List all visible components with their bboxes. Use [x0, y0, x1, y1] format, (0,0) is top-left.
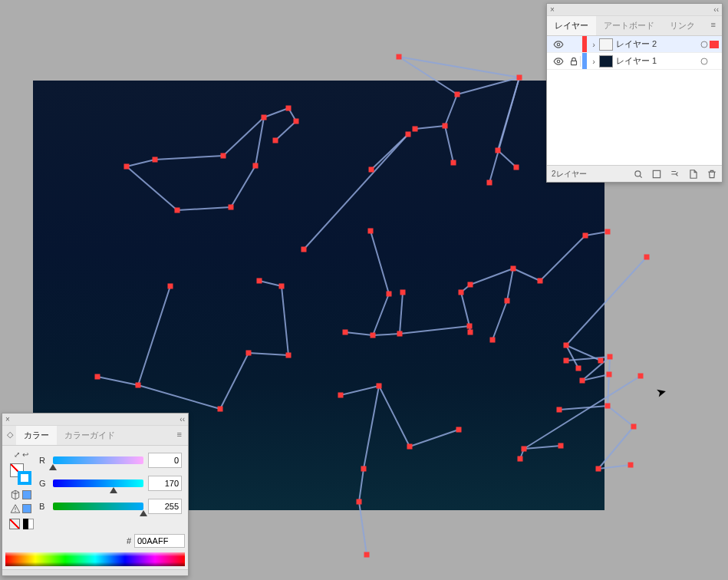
- panel-tabs: レイヤー アートボード リンク ≡: [547, 16, 722, 36]
- stroke-swatch[interactable]: [18, 471, 31, 485]
- selection-indicator: [710, 58, 719, 65]
- g-input[interactable]: [148, 476, 182, 491]
- svg-rect-141: [653, 170, 660, 177]
- cube-icon[interactable]: [10, 489, 31, 500]
- fill-stroke-swatch[interactable]: [10, 463, 31, 485]
- layer-thumbnail: [599, 55, 613, 68]
- panel-titlebar: × ‹‹: [547, 4, 722, 16]
- svg-point-143: [15, 511, 16, 512]
- make-clipping-mask-icon[interactable]: [651, 169, 662, 180]
- b-slider[interactable]: [53, 503, 143, 510]
- svg-rect-125: [605, 404, 610, 408]
- visibility-toggle[interactable]: [550, 56, 567, 67]
- r-input[interactable]: [148, 453, 182, 468]
- r-slider[interactable]: [53, 456, 143, 464]
- mouse-cursor: ➤: [654, 384, 667, 401]
- svg-point-138: [701, 58, 707, 64]
- svg-line-140: [640, 176, 642, 178]
- tab-artboards[interactable]: アートボード: [596, 16, 662, 35]
- cycle-icon[interactable]: ◇: [2, 426, 16, 445]
- warning-icon[interactable]: [10, 503, 31, 514]
- svg-point-134: [557, 43, 560, 46]
- tab-color[interactable]: カラー: [16, 426, 57, 445]
- black-swatch[interactable]: [23, 519, 28, 529]
- close-icon[interactable]: ×: [550, 5, 555, 14]
- white-swatch[interactable]: [28, 519, 34, 529]
- none-color-icon[interactable]: [9, 519, 20, 529]
- svg-rect-123: [607, 372, 611, 377]
- swap-fill-stroke-icon[interactable]: ⤢: [14, 450, 20, 459]
- tab-color-guide[interactable]: カラーガイド: [57, 426, 123, 445]
- panel-tabs: ◇ カラー カラーガイド ≡: [2, 426, 188, 446]
- layer-color: [582, 36, 587, 52]
- collapse-icon[interactable]: ‹‹: [713, 5, 719, 14]
- delete-layer-icon[interactable]: [707, 169, 717, 180]
- g-label: G: [39, 479, 48, 488]
- target-icon[interactable]: [699, 58, 710, 65]
- panel-menu-icon[interactable]: ≡: [171, 426, 188, 445]
- svg-rect-130: [638, 374, 643, 378]
- collapse-icon[interactable]: ‹‹: [180, 415, 185, 423]
- layer-name[interactable]: レイヤー 2: [616, 38, 699, 50]
- r-label: R: [39, 456, 48, 465]
- svg-point-139: [635, 170, 641, 176]
- b-input[interactable]: [148, 499, 182, 514]
- svg-rect-122: [608, 354, 612, 359]
- svg-rect-118: [364, 552, 369, 557]
- layer-list: ›レイヤー 2›レイヤー 1: [547, 36, 722, 165]
- locate-object-icon[interactable]: [633, 169, 644, 180]
- svg-rect-75: [517, 75, 522, 80]
- panel-menu-icon[interactable]: ≡: [705, 16, 722, 35]
- svg-rect-110: [644, 255, 649, 259]
- svg-point-136: [557, 60, 560, 63]
- svg-line-10: [399, 57, 519, 77]
- default-fill-stroke-icon[interactable]: ↩: [22, 450, 28, 459]
- hex-input[interactable]: [134, 534, 185, 548]
- color-panel: × ‹‹ ◇ カラー カラーガイド ≡ ⤢ ↩: [2, 413, 189, 576]
- b-label: B: [39, 502, 48, 511]
- layers-panel: × ‹‹ レイヤー アートボード リンク ≡ ›レイヤー 2›レイヤー 1 2レ…: [546, 3, 723, 183]
- svg-line-56: [608, 374, 609, 406]
- panel-footer: 2レイヤー: [547, 165, 722, 182]
- layer-thumbnail: [599, 38, 613, 51]
- layer-color: [582, 53, 587, 69]
- g-slider[interactable]: [53, 479, 143, 487]
- new-layer-icon[interactable]: [688, 169, 699, 180]
- layer-row[interactable]: ›レイヤー 1: [547, 53, 722, 70]
- svg-rect-74: [397, 54, 401, 59]
- target-icon[interactable]: [699, 41, 710, 48]
- svg-rect-129: [628, 463, 633, 467]
- svg-rect-107: [605, 229, 610, 234]
- lock-toggle[interactable]: [567, 56, 581, 67]
- svg-line-58: [608, 406, 634, 427]
- color-spectrum[interactable]: [5, 552, 185, 566]
- layer-count-label: 2レイヤー: [552, 169, 587, 180]
- close-icon[interactable]: ×: [5, 415, 10, 423]
- svg-rect-127: [631, 424, 636, 429]
- tab-layers[interactable]: レイヤー: [547, 16, 596, 35]
- chevron-right-icon[interactable]: ›: [588, 57, 599, 66]
- chevron-right-icon[interactable]: ›: [588, 40, 599, 49]
- layer-row[interactable]: ›レイヤー 2: [547, 36, 722, 53]
- layer-name[interactable]: レイヤー 1: [616, 55, 699, 67]
- create-sublayer-icon[interactable]: [670, 169, 680, 180]
- tab-links[interactable]: リンク: [662, 16, 703, 35]
- selection-indicator: [710, 41, 719, 48]
- svg-point-135: [701, 41, 707, 48]
- svg-line-53: [609, 357, 610, 374]
- visibility-toggle[interactable]: [550, 39, 567, 50]
- hex-label: #: [127, 536, 131, 545]
- panel-titlebar: × ‹‹: [2, 414, 188, 426]
- panel-scrollbar[interactable]: [2, 569, 188, 575]
- svg-rect-137: [571, 61, 576, 64]
